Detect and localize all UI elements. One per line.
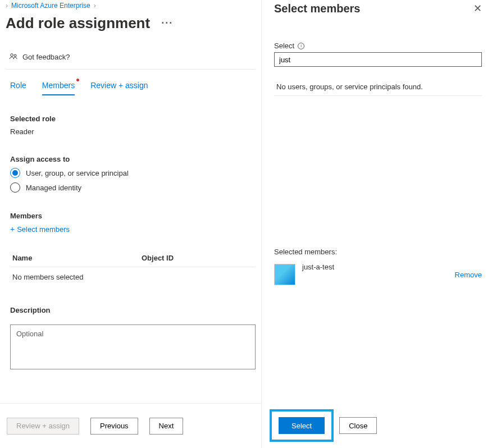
chevron-right-icon: › xyxy=(94,2,96,10)
assign-access-heading: Assign access to xyxy=(10,155,256,163)
radio-managed-identity[interactable]: Managed identity xyxy=(10,182,256,193)
radio-label: User, group, or service principal xyxy=(26,169,129,177)
next-button[interactable]: Next xyxy=(149,418,184,435)
breadcrumb-link[interactable]: Microsoft Azure Enterprise xyxy=(11,2,90,10)
app-icon xyxy=(274,264,295,285)
tabs: Role Members Review + assign xyxy=(6,81,256,95)
panel-title: Select members xyxy=(274,2,360,15)
select-button[interactable]: Select xyxy=(279,417,325,434)
selected-member-name: just-a-test xyxy=(302,263,448,271)
members-table-header: Name Object ID xyxy=(10,249,256,267)
select-members-panel: Select members ✕ Select i No users, grou… xyxy=(261,0,492,448)
more-actions-button[interactable]: ··· xyxy=(161,17,173,29)
svg-point-0 xyxy=(11,54,13,57)
select-members-link[interactable]: + Select members xyxy=(10,225,256,234)
tab-members[interactable]: Members xyxy=(42,81,75,95)
svg-point-1 xyxy=(14,54,16,57)
breadcrumb: › Microsoft Azure Enterprise › xyxy=(6,0,256,11)
radio-user-group-sp[interactable]: User, group, or service principal xyxy=(10,168,256,178)
members-empty-row: No members selected xyxy=(10,267,256,287)
members-heading: Members xyxy=(10,212,256,220)
previous-button[interactable]: Previous xyxy=(90,418,138,435)
plus-icon: + xyxy=(10,225,15,234)
remove-member-link[interactable]: Remove xyxy=(455,271,482,279)
info-icon[interactable]: i xyxy=(298,43,304,49)
feedback-label: Got feedback? xyxy=(22,53,70,61)
close-icon[interactable]: ✕ xyxy=(473,2,482,15)
close-button[interactable]: Close xyxy=(339,417,377,434)
description-input[interactable] xyxy=(10,324,256,369)
selected-member-row: just-a-test Remove xyxy=(274,264,482,285)
search-results: No users, groups, or service principals … xyxy=(274,78,482,96)
feedback-link[interactable]: Got feedback? xyxy=(6,49,256,70)
selected-role-value: Reader xyxy=(10,127,256,136)
col-object-id: Object ID xyxy=(142,254,174,262)
tutorial-highlight: Select xyxy=(270,409,334,442)
description-heading: Description xyxy=(10,306,256,314)
col-name: Name xyxy=(12,254,142,262)
page-title: Add role assignment ··· xyxy=(6,15,256,32)
radio-label: Managed identity xyxy=(26,184,81,192)
tab-review[interactable]: Review + assign xyxy=(90,81,148,95)
selected-members-heading: Selected members: xyxy=(274,248,482,256)
selected-role-heading: Selected role xyxy=(10,115,256,123)
chevron-right-icon: › xyxy=(6,2,8,10)
select-label: Select i xyxy=(274,42,482,50)
tab-indicator-dot xyxy=(76,79,79,81)
review-assign-button[interactable]: Review + assign xyxy=(7,418,79,435)
search-input[interactable] xyxy=(274,52,482,67)
no-results-text: No users, groups, or service principals … xyxy=(276,83,423,91)
tab-role[interactable]: Role xyxy=(10,81,26,95)
feedback-icon xyxy=(9,52,18,61)
